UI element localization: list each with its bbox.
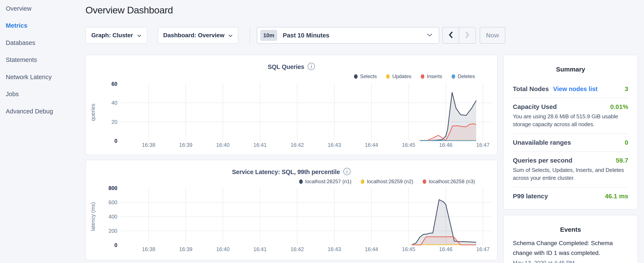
svg-text:16:47: 16:47 xyxy=(476,246,490,252)
svg-text:60: 60 xyxy=(112,81,117,87)
summary-row-unavailable-ranges: Unavailable ranges 0 xyxy=(513,133,628,151)
series-dot-icon xyxy=(386,74,390,79)
summary-row-p99-latency: P99 latency 46.1 ms xyxy=(513,187,628,205)
dashboard-dropdown[interactable]: Dashboard: Overview xyxy=(158,27,238,44)
svg-text:16:44: 16:44 xyxy=(365,246,378,252)
series-dot-icon xyxy=(452,74,455,79)
capacity-used-description: You are using 28.6 MiB of 515.9 GiB usab… xyxy=(513,113,628,128)
info-icon[interactable] xyxy=(343,167,351,176)
svg-text:800: 800 xyxy=(108,185,117,191)
svg-text:16:39: 16:39 xyxy=(179,142,192,148)
time-back-button[interactable] xyxy=(443,28,459,43)
queries-per-second-description: Sum of Selects, Updates, Inserts, and De… xyxy=(513,166,628,182)
svg-text:16:39: 16:39 xyxy=(179,246,192,252)
svg-text:0: 0 xyxy=(114,242,117,248)
sql-queries-chart-title: SQL Queries xyxy=(268,63,304,70)
sidebar-item-overview[interactable]: Overview xyxy=(6,0,82,17)
svg-text:16:38: 16:38 xyxy=(142,246,156,252)
capacity-used-label: Capacity Used xyxy=(513,103,557,110)
capacity-used-value: 0.01% xyxy=(610,103,628,110)
summary-row-capacity-used: Capacity Used 0.01% You are using 28.6 M… xyxy=(513,98,628,133)
p99-latency-value: 46.1 ms xyxy=(605,193,628,200)
page-title: Overview Dashboard xyxy=(86,5,173,16)
sidebar-item-databases[interactable]: Databases xyxy=(6,34,82,52)
view-nodes-list-link[interactable]: View nodes list xyxy=(553,86,598,93)
service-latency-legend: localhost:26257 (n1) localhost:26259 (n2… xyxy=(299,178,475,184)
svg-text:400: 400 xyxy=(108,214,117,220)
service-latency-card: Service Latency: SQL, 99th percentile lo… xyxy=(86,160,498,260)
time-range-label: Past 10 Minutes xyxy=(283,32,426,39)
svg-text:16:41: 16:41 xyxy=(254,246,267,252)
time-range-selector[interactable]: 10m Past 10 Minutes xyxy=(257,27,439,44)
toolbar-divider xyxy=(250,27,250,44)
chevron-down-icon xyxy=(137,32,142,39)
svg-text:16:44: 16:44 xyxy=(365,142,378,148)
graph-dropdown-label: Graph: Cluster xyxy=(91,32,133,39)
svg-text:16:42: 16:42 xyxy=(291,246,304,252)
series-dot-icon xyxy=(361,179,364,184)
svg-text:16:41: 16:41 xyxy=(254,142,267,148)
time-forward-button[interactable] xyxy=(459,28,476,43)
sidebar-item-jobs[interactable]: Jobs xyxy=(6,86,82,103)
service-latency-chart[interactable]: 800600400200016:3816:3916:4016:4116:4216… xyxy=(86,185,498,254)
unavailable-ranges-value: 0 xyxy=(625,139,628,146)
sidebar-item-network-latency[interactable]: Network Latency xyxy=(6,69,82,86)
svg-text:16:38: 16:38 xyxy=(142,142,156,148)
queries-per-second-label: Queries per second xyxy=(513,157,572,164)
p99-latency-label: P99 latency xyxy=(513,193,548,200)
toolbar: Graph: Cluster Dashboard: Overview 10m P… xyxy=(86,27,506,44)
legend-item-updates: Updates xyxy=(386,73,411,79)
now-button[interactable]: Now xyxy=(480,27,506,44)
event-text: Schema Change Completed: Schema change w… xyxy=(513,238,628,258)
svg-text:queries: queries xyxy=(90,104,96,121)
dashboard-dropdown-label: Dashboard: Overview xyxy=(163,32,224,39)
svg-text:16:40: 16:40 xyxy=(216,142,230,148)
summary-title: Summary xyxy=(513,66,628,73)
svg-text:20: 20 xyxy=(112,119,117,125)
events-panel: Events Schema Change Completed: Schema c… xyxy=(503,215,638,263)
sidebar-item-metrics[interactable]: Metrics xyxy=(6,17,82,35)
chevron-down-icon xyxy=(426,33,433,38)
legend-item-deletes: Deletes xyxy=(452,73,475,79)
service-latency-chart-title: Service Latency: SQL, 99th percentile xyxy=(232,168,340,176)
svg-text:16:42: 16:42 xyxy=(291,142,304,148)
summary-row-total-nodes: Total Nodes View nodes list 3 xyxy=(513,80,628,98)
time-preset-badge: 10m xyxy=(260,30,277,41)
sidebar-item-advanced-debug[interactable]: Advanced Debug xyxy=(6,103,82,120)
svg-text:16:45: 16:45 xyxy=(402,246,416,252)
sidebar: Overview Metrics Databases Statements Ne… xyxy=(6,0,82,120)
legend-item-inserts: Inserts xyxy=(421,73,442,79)
events-title: Events xyxy=(513,226,628,233)
svg-text:16:43: 16:43 xyxy=(328,142,341,148)
event-timestamp: May 13, 2020 at 4:45 PM xyxy=(513,259,628,263)
sql-queries-chart[interactable]: 604020016:3816:3916:4016:4116:4216:4316:… xyxy=(86,81,498,150)
series-dot-icon xyxy=(421,74,424,79)
svg-text:16:45: 16:45 xyxy=(402,142,416,148)
legend-item-n2: localhost:26259 (n2) xyxy=(361,178,413,184)
series-dot-icon xyxy=(423,179,426,184)
event-list-item: Schema Change Completed: Schema change w… xyxy=(513,238,628,263)
chevron-down-icon xyxy=(228,32,233,39)
total-nodes-label: Total Nodes xyxy=(513,85,549,93)
total-nodes-value: 3 xyxy=(625,85,628,93)
summary-panel: Summary Total Nodes View nodes list 3 Ca… xyxy=(503,55,638,210)
summary-row-queries-per-second: Queries per second 59.7 Sum of Selects, … xyxy=(513,151,628,187)
svg-text:600: 600 xyxy=(108,199,117,205)
svg-text:latency (ms): latency (ms) xyxy=(90,202,96,231)
sql-queries-legend: Selects Updates Inserts Deletes xyxy=(354,73,475,79)
arrow-right-icon xyxy=(464,31,470,40)
svg-text:0: 0 xyxy=(114,138,117,144)
sidebar-item-statements[interactable]: Statements xyxy=(6,52,82,69)
legend-item-n1: localhost:26257 (n1) xyxy=(299,178,352,184)
graph-dropdown[interactable]: Graph: Cluster xyxy=(86,27,147,44)
series-dot-icon xyxy=(354,74,358,79)
info-icon[interactable] xyxy=(307,62,315,71)
svg-text:200: 200 xyxy=(108,228,117,234)
svg-text:16:47: 16:47 xyxy=(476,142,490,148)
unavailable-ranges-label: Unavailable ranges xyxy=(513,139,571,146)
arrow-left-icon xyxy=(448,31,454,40)
svg-text:16:46: 16:46 xyxy=(439,142,452,148)
svg-text:16:46: 16:46 xyxy=(439,246,452,252)
sql-queries-card: SQL Queries Selects Updates Inserts Dele… xyxy=(86,55,498,155)
series-dot-icon xyxy=(299,179,303,184)
